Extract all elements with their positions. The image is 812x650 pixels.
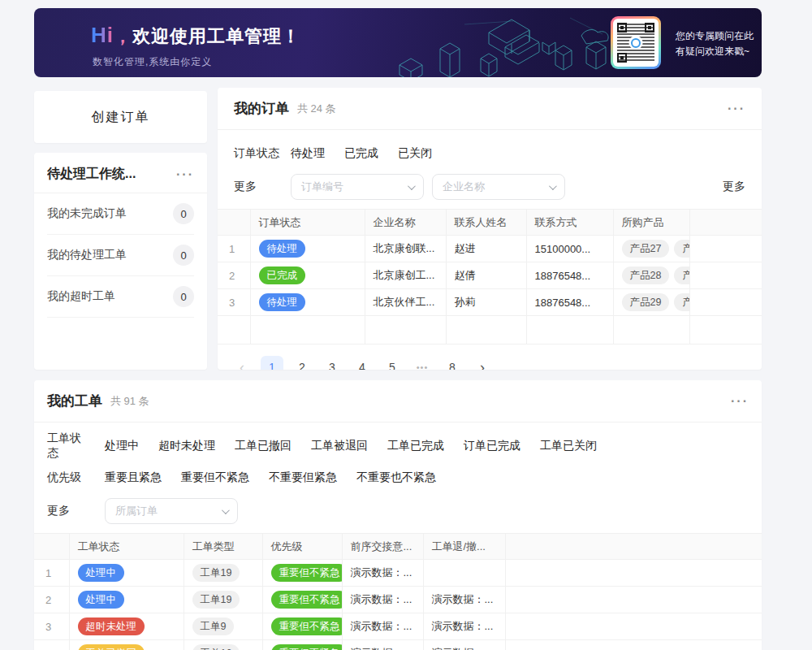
filter-option-withdrawn[interactable]: 工单已撤回 bbox=[235, 439, 292, 453]
ticket-type-badge: 工单16 bbox=[192, 644, 240, 650]
row-index: 4 bbox=[34, 640, 69, 650]
more-icon[interactable] bbox=[728, 105, 745, 113]
phone-cell: 18876548... bbox=[526, 289, 613, 316]
qr-center-logo-icon bbox=[631, 38, 641, 48]
table-row[interactable]: 2 处理中 工单19 重要但不紧急 演示数据：... 演示数据：... bbox=[34, 587, 762, 613]
priority-badge: 重要但不紧急 bbox=[271, 644, 343, 650]
filter-option-pending[interactable]: 待处理 bbox=[291, 146, 325, 161]
workorder-dashboard: { "banner": { "greeting_highlight": "Hi"… bbox=[0, 0, 812, 650]
filter-option-closed[interactable]: 已关闭 bbox=[398, 146, 432, 161]
page-button-1[interactable]: 1 bbox=[261, 356, 283, 370]
table-row[interactable]: 3 待处理 北京伙伴工... 孙莉 18876548... 产品29产品... bbox=[218, 289, 762, 316]
stat-label: 我的待处理工单 bbox=[47, 248, 127, 262]
status-badge: 超时未处理 bbox=[78, 618, 145, 635]
row-index: 3 bbox=[218, 289, 250, 316]
product-badge: 产品... bbox=[674, 266, 689, 284]
stats-card-title: 待处理工作统... bbox=[47, 166, 136, 183]
page-button-2[interactable]: 2 bbox=[291, 356, 313, 370]
status-badge: 待处理 bbox=[259, 240, 306, 258]
phone-cell: 15100000... bbox=[526, 236, 613, 262]
table-row[interactable]: 1 处理中 工单19 重要但不紧急 演示数据：... bbox=[34, 560, 762, 587]
row-index: 2 bbox=[218, 262, 250, 289]
create-order-button[interactable]: 创建订单 bbox=[34, 91, 207, 143]
next-page-icon[interactable]: › bbox=[471, 356, 494, 370]
filter-option-overtime[interactable]: 超时未处理 bbox=[158, 439, 215, 453]
priority-important-not-urgent[interactable]: 重要但不紧急 bbox=[181, 470, 249, 485]
sidebar-item-overtime-tickets[interactable]: 我的超时工单 0 bbox=[47, 276, 194, 318]
qr-caption-line1: 您的专属顾问在此 bbox=[676, 28, 754, 44]
col-phone: 联系方式 bbox=[526, 210, 613, 236]
handover-cell: 演示数据：... bbox=[342, 640, 423, 650]
filter-option-ticket-closed[interactable]: 工单已关闭 bbox=[540, 439, 597, 453]
filter-option-ticket-done[interactable]: 工单已完成 bbox=[387, 439, 444, 453]
welcome-banner: Hi，欢迎使用工单管理！ 数智化管理,系统由你定义 您的专属顾问在此 有疑问欢迎… bbox=[34, 8, 762, 77]
handover-cell: 演示数据：... bbox=[342, 560, 423, 587]
orders-table-header-row: 订单状态 企业名称 联系人姓名 联系方式 所购产品 bbox=[218, 210, 762, 236]
priority-important-urgent[interactable]: 重要且紧急 bbox=[105, 470, 162, 485]
filter-option-returned[interactable]: 工单被退回 bbox=[311, 439, 368, 453]
priority-badge: 重要但不紧急 bbox=[271, 618, 343, 635]
prev-page-icon[interactable]: ‹ bbox=[231, 356, 253, 370]
product-badge: 产品... bbox=[674, 240, 689, 258]
table-row[interactable]: 2 已完成 北京康创工... 赵倩 18876548... 产品28产品... bbox=[218, 262, 762, 289]
product-badge: 产品28 bbox=[622, 266, 670, 284]
table-row[interactable]: 1 待处理 北京康创联... 赵进 15100000... 产品27产品... bbox=[218, 236, 762, 262]
company-cell: 北京康创联... bbox=[365, 236, 446, 262]
banner-hi-text: Hi bbox=[91, 23, 114, 47]
col-ticket-status: 工单状态 bbox=[69, 534, 184, 560]
row-index: 2 bbox=[34, 587, 69, 613]
my-orders-panel: 我的订单 共 24 条 订单状态 待处理 已完成 已关闭 更多 订单编号 企业名… bbox=[218, 88, 762, 370]
page-button-5[interactable]: 5 bbox=[381, 356, 404, 370]
page-button-3[interactable]: 3 bbox=[321, 356, 343, 370]
ticket-status-filter-label: 工单状态 bbox=[47, 431, 92, 461]
orders-panel-title: 我的订单 bbox=[234, 99, 289, 118]
col-withdraw: 工单退/撤... bbox=[423, 534, 505, 560]
col-company: 企业名称 bbox=[365, 210, 446, 236]
priority-filter-label: 优先级 bbox=[47, 470, 92, 485]
withdraw-cell: 演示数据：... bbox=[423, 587, 505, 613]
filter-option-completed[interactable]: 已完成 bbox=[344, 146, 378, 161]
filter-option-order-done[interactable]: 订单已完成 bbox=[464, 439, 520, 453]
qr-caption-line2: 有疑问欢迎来戳~ bbox=[676, 44, 754, 59]
page-ellipsis-icon[interactable]: ••• bbox=[411, 356, 434, 370]
more-icon[interactable] bbox=[176, 171, 194, 179]
phone-cell: 18876548... bbox=[526, 262, 613, 289]
product-badge: 产品27 bbox=[622, 240, 670, 258]
pending-work-stats-card: 待处理工作统... 我的未完成订单 0 我的待处理工单 0 我的超时工单 0 bbox=[34, 153, 207, 370]
company-name-select[interactable]: 企业名称 bbox=[432, 174, 565, 200]
handover-cell: 演示数据：... bbox=[342, 613, 423, 640]
chevron-down-icon bbox=[549, 182, 557, 190]
sidebar-item-unfinished-orders[interactable]: 我的未完成订单 0 bbox=[47, 193, 194, 235]
filter-option-processing[interactable]: 处理中 bbox=[105, 439, 139, 453]
order-number-select[interactable]: 订单编号 bbox=[291, 174, 424, 200]
company-name-placeholder: 企业名称 bbox=[443, 180, 485, 194]
count-badge: 0 bbox=[173, 245, 194, 266]
my-tickets-panel: 我的工单 共 91 条 工单状态 处理中 超时未处理 工单已撤回 工单被退回 工… bbox=[34, 380, 762, 650]
priority-not-important-urgent[interactable]: 不重要但紧急 bbox=[269, 470, 337, 485]
parent-order-select[interactable]: 所属订单 bbox=[105, 498, 238, 524]
product-badge: 产品... bbox=[674, 293, 689, 311]
status-badge: 处理中 bbox=[78, 564, 125, 582]
sidebar-item-pending-tickets[interactable]: 我的待处理工单 0 bbox=[47, 235, 194, 276]
handover-cell: 演示数据：... bbox=[342, 587, 423, 613]
priority-badge: 重要但不紧急 bbox=[271, 591, 343, 609]
company-cell: 北京伙伴工... bbox=[365, 289, 446, 316]
col-handover: 前序交接意... bbox=[342, 534, 423, 560]
chevron-down-icon bbox=[408, 182, 416, 190]
ticket-type-badge: 工单19 bbox=[192, 591, 240, 609]
col-contact: 联系人姓名 bbox=[446, 210, 526, 236]
withdraw-cell bbox=[423, 560, 505, 587]
row-index: 1 bbox=[218, 236, 250, 262]
page-button-8[interactable]: 8 bbox=[441, 356, 464, 370]
tickets-table: 工单状态 工单类型 优先级 前序交接意... 工单退/撤... 1 处理中 工单… bbox=[34, 533, 762, 650]
more-icon[interactable] bbox=[731, 397, 749, 405]
table-row[interactable]: 3 超时未处理 工单9 重要但不紧急 演示数据：... 演示数据：... bbox=[34, 613, 762, 640]
priority-not-important-not-urgent[interactable]: 不重要也不紧急 bbox=[356, 470, 436, 485]
table-empty-row bbox=[218, 316, 762, 344]
col-ticket-type: 工单类型 bbox=[184, 534, 262, 560]
count-badge: 0 bbox=[173, 203, 194, 224]
col-priority: 优先级 bbox=[262, 534, 342, 560]
page-button-4[interactable]: 4 bbox=[351, 356, 374, 370]
orders-more-link[interactable]: 更多 bbox=[723, 180, 745, 194]
table-row[interactable]: 4 工单已撤回 工单16 重要但不紧急 演示数据：... 演示数据：... bbox=[34, 640, 762, 650]
